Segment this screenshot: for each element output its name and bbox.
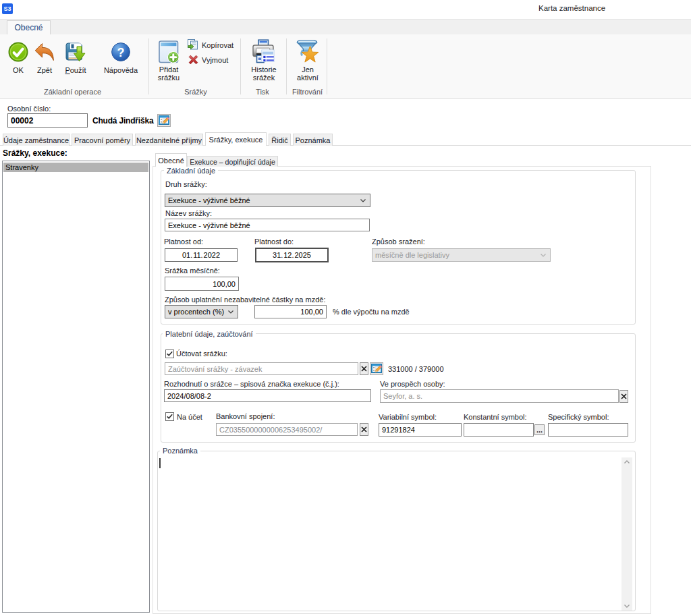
svg-text:?: ? [117, 46, 125, 59]
